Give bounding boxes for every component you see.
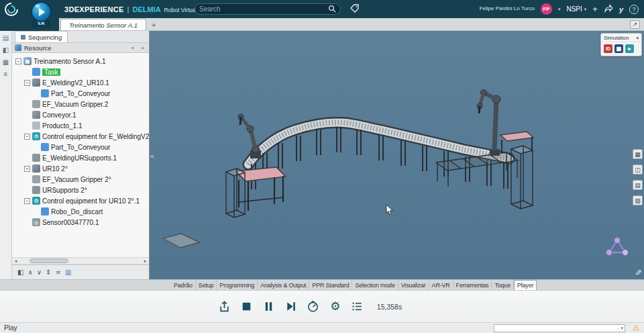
ribbon-tab-ar-vr[interactable]: AR-VR (429, 280, 453, 290)
scrollbar-track[interactable] (19, 258, 142, 264)
swym-icon[interactable]: y (619, 5, 623, 13)
command-field-wrap: ◦ ▾ (494, 324, 625, 332)
ribbon-tab-visualizar[interactable]: Visualizar (398, 280, 429, 290)
export-icon[interactable] (218, 300, 231, 314)
tree-item[interactable]: ◎Sensor00347770.1 (12, 217, 149, 228)
tree-item-label: URSupports 2° (42, 187, 87, 194)
collapse-icon[interactable]: − (24, 80, 30, 86)
viewpoint-tool-icon[interactable]: ▦ (633, 149, 643, 159)
model-tree-icon[interactable]: ▤ (3, 35, 9, 42)
pen-icon[interactable]: ✎ (633, 269, 643, 276)
tree-item[interactable]: E_WeldingURSupports.1 (12, 152, 149, 163)
ribbon-tab-toque[interactable]: Toque (492, 280, 514, 290)
global-search[interactable] (195, 3, 341, 15)
top-bar-right: Felipe Pardini Lo Turco FP ▾ NSPI ▾ + y … (480, 3, 644, 15)
screen-capture-icon[interactable]: ◫ (633, 164, 643, 175)
tree-item[interactable]: Producto_1.1 (12, 120, 149, 131)
tree-item[interactable]: −⚙Control equipment for E_WeldingV2 (12, 131, 149, 142)
expand-down-icon[interactable]: ∨ (37, 269, 42, 276)
tree-item[interactable]: Robo_Do_discart (12, 206, 149, 217)
ribbon-tab-selection-mode[interactable]: Selection mode (352, 280, 398, 290)
ribbon-tab-setup[interactable]: Setup (196, 280, 217, 290)
warning-icon[interactable]: ⚠ (633, 323, 640, 332)
collapse-icon[interactable]: − (24, 198, 30, 204)
ribbon-tab-analysis-output[interactable]: Analysis & Output (258, 280, 309, 290)
history-icon[interactable]: ≡ (4, 71, 8, 78)
horizontal-scrollbar[interactable]: ◂ ▸ (12, 257, 149, 265)
expand-all-icon[interactable]: ⇕ (46, 269, 51, 276)
layers-tool-icon[interactable]: ▤ (633, 180, 643, 190)
tree-item[interactable]: −▣Treinamento Sensor A.1 (12, 56, 149, 66)
flatten-icon[interactable]: ≍ (56, 269, 61, 276)
tab-treinamento-sensor[interactable]: Treinamento Sensor A.1 (60, 19, 146, 30)
ribbon-tab-ferramentas[interactable]: Ferramentas (453, 280, 492, 290)
tree-item[interactable]: Task (12, 66, 149, 77)
ribbon-tab-programming[interactable]: Programming (217, 280, 258, 290)
tree-item-label: Part_To_Conveyour (51, 90, 110, 97)
search-input[interactable] (199, 5, 328, 13)
collapse-icon[interactable]: − (24, 134, 30, 140)
3ds-compass-icon[interactable] (3, 2, 20, 17)
columns-icon[interactable]: ▥ (65, 269, 71, 276)
chevron-down-icon[interactable]: ▾ (636, 36, 639, 41)
axis-triad-icon[interactable] (606, 238, 629, 256)
chevron-down-icon: ▾ (584, 7, 587, 12)
tree-item[interactable]: Conveyor.1 (12, 109, 149, 120)
collapse-icon[interactable]: − (15, 58, 21, 64)
window-restore-icon[interactable]: ↗ (630, 20, 640, 29)
command-input[interactable] (496, 325, 610, 332)
section-tool-icon[interactable]: ▨ (633, 195, 643, 205)
tree-item[interactable]: Part_To_Conveyour (12, 142, 149, 152)
list-options-icon[interactable] (351, 300, 364, 314)
new-tab-button[interactable]: + (152, 21, 156, 30)
tag-icon[interactable] (350, 3, 360, 17)
command-chevron-icon[interactable]: ▾ (621, 326, 623, 331)
avatar[interactable]: FP (541, 3, 552, 15)
tree-item[interactable]: EF_Vacuum Gripper.2 (12, 99, 149, 109)
simulation-monitor-button[interactable]: ▦ (614, 44, 623, 53)
workspace-selector[interactable]: NSPI ▾ (566, 5, 586, 13)
close-icon[interactable]: × (139, 45, 146, 51)
pin-panel-icon[interactable]: ◧ (3, 47, 9, 54)
player-bar: ⚙ 15,358s (0, 290, 644, 322)
brand-divider: | (127, 5, 129, 13)
3d-viewport[interactable]: Simulation ▾ ID ▦ ▸ ▦ ◫ ▤ ▨ « ✎ (150, 31, 644, 279)
simulation-id-button[interactable]: ID (604, 44, 612, 53)
tree-item[interactable]: Part_To_Conveyour (12, 88, 149, 99)
tree-item[interactable]: −⚙Control equipment for UR10 2°.1 (12, 195, 149, 206)
settings-gear-icon[interactable]: ⚙ (329, 300, 342, 314)
scroll-left-icon[interactable]: ◂ (12, 258, 19, 264)
scroll-right-icon[interactable]: ▸ (142, 258, 149, 264)
stop-button[interactable] (240, 300, 254, 314)
share-icon[interactable] (604, 4, 613, 14)
ribbon-tab-ppr-standard[interactable]: PPR Standard (309, 280, 352, 290)
simulation-chart-button[interactable]: ▸ (625, 44, 634, 53)
ribbon-tab-padr-o[interactable]: Padrão (171, 280, 196, 290)
panel-options-icon[interactable]: » (129, 45, 136, 51)
command-dot-icon[interactable]: ◦ (618, 326, 619, 331)
help-icon[interactable]: ? (629, 5, 639, 14)
search-icon[interactable] (328, 3, 336, 15)
chevron-down-icon[interactable]: ▾ (558, 7, 561, 12)
graph-view-icon[interactable]: ◧ (17, 269, 23, 276)
speed-gauge-icon[interactable] (307, 300, 320, 314)
app-launcher-badge[interactable]: 3D V.R (30, 1, 52, 27)
tab-sequencing[interactable]: Sequencing (15, 31, 68, 42)
pause-button[interactable] (262, 300, 276, 314)
panel-collapse-icon[interactable]: « (150, 152, 154, 160)
resource-section-header[interactable]: Resource » × (12, 43, 149, 53)
tree-item[interactable]: +UR10 2° (12, 163, 149, 174)
expand-icon[interactable]: + (24, 166, 30, 172)
tree-item[interactable]: −E_WeldingV2_UR10.1 (12, 77, 149, 88)
scrollbar-thumb[interactable] (30, 258, 68, 263)
layers-icon[interactable]: ▦ (3, 59, 9, 66)
robot-virtual-commissioning-icon[interactable]: 3D (31, 1, 52, 22)
play-to-end-button[interactable] (284, 300, 298, 314)
ribbon-tab-player[interactable]: Player (514, 280, 537, 290)
add-content-button[interactable]: + (592, 5, 598, 13)
tree-item-label: Task (42, 68, 60, 76)
simulation-panel[interactable]: Simulation ▾ ID ▦ ▸ (600, 33, 642, 56)
tree-item[interactable]: URSupports 2° (12, 185, 149, 195)
collapse-up-icon[interactable]: ∧ (28, 269, 32, 276)
tree-item[interactable]: EF_Vacuum Gripper 2° (12, 174, 149, 185)
